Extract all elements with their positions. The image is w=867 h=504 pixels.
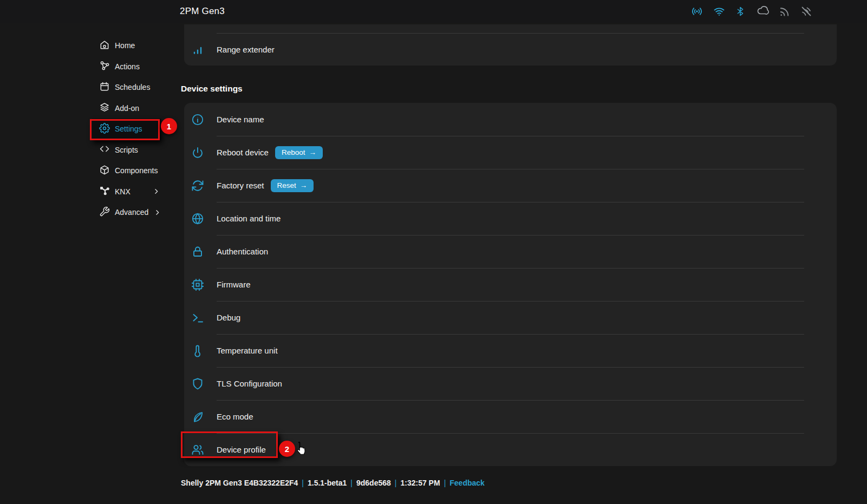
row-label: Device name xyxy=(217,115,264,124)
settings-row-location-time[interactable]: Location and time xyxy=(184,202,837,235)
home-icon xyxy=(99,40,110,52)
device-settings-card: Device name Reboot device Reboot → Fact xyxy=(184,103,837,466)
top-bar: 2PM Gen3 xyxy=(0,0,867,23)
chip-icon xyxy=(191,278,205,291)
reset-button[interactable]: Reset → xyxy=(271,179,314,192)
sidebar-item-actions[interactable]: Actions xyxy=(92,56,161,77)
sidebar-item-label: Add-on xyxy=(115,104,139,113)
settings-row-firmware[interactable]: Firmware xyxy=(184,268,837,301)
bluetooth-icon xyxy=(735,5,746,17)
row-label: Range extender xyxy=(217,45,275,54)
actions-icon xyxy=(99,60,110,73)
status-icons xyxy=(690,0,813,23)
sidebar-item-addon[interactable]: Add-on xyxy=(92,98,161,119)
annotation-step-2-badge: 2 xyxy=(279,441,295,457)
settings-row-reboot-device[interactable]: Reboot device Reboot → xyxy=(184,136,837,169)
settings-row-debug[interactable]: Debug xyxy=(184,301,837,334)
sidebar-item-scripts[interactable]: Scripts xyxy=(92,140,161,161)
outbound-websocket-disabled-icon xyxy=(800,5,813,18)
row-label: Temperature unit xyxy=(217,346,278,355)
sidebar-item-label: Schedules xyxy=(115,83,150,91)
signal-bars-icon xyxy=(191,43,205,56)
sidebar-item-home[interactable]: Home xyxy=(92,35,161,56)
settings-row-eco-mode[interactable]: Eco mode xyxy=(184,400,837,433)
hand-cursor-icon xyxy=(294,441,307,460)
settings-row-device-name[interactable]: Device name xyxy=(184,103,837,136)
footer-build-hash: 9d6de568 xyxy=(356,479,391,487)
arrow-right-icon: → xyxy=(309,148,316,156)
globe-icon xyxy=(191,212,205,225)
sidebar-item-label: Scripts xyxy=(115,146,138,154)
settings-row-factory-reset[interactable]: Factory reset Reset → xyxy=(184,169,837,202)
row-label: Debug xyxy=(217,313,240,322)
footer-device-id: Shelly 2PM Gen3 E4B32322E2F4 xyxy=(181,479,298,487)
layers-icon xyxy=(99,102,110,114)
wifi-icon xyxy=(713,5,726,18)
sidebar-item-label: Advanced xyxy=(115,208,148,217)
access-point-icon xyxy=(690,5,703,18)
code-icon xyxy=(99,143,110,156)
row-label: TLS Configuration xyxy=(217,379,282,388)
shield-icon xyxy=(191,377,205,390)
sidebar-item-knx[interactable]: KNX xyxy=(92,181,161,202)
footer-firmware-version: 1.5.1-beta1 xyxy=(308,479,347,487)
annotation-box-device-profile xyxy=(181,431,278,458)
thermometer-icon xyxy=(191,344,205,357)
row-label: Authentication xyxy=(217,247,268,256)
box-icon xyxy=(99,165,110,177)
button-label: Reset xyxy=(277,181,296,189)
row-label: Eco mode xyxy=(217,412,253,421)
sidebar-item-advanced[interactable]: Advanced xyxy=(92,202,161,223)
network-settings-card: Range extender xyxy=(184,24,837,66)
row-label: Factory reset xyxy=(217,181,264,190)
power-icon xyxy=(191,146,205,159)
mqtt-icon xyxy=(778,5,791,18)
footer-separator: | xyxy=(444,479,446,487)
footer-device-time: 1:32:57 PM xyxy=(400,479,440,487)
chevron-right-icon xyxy=(152,187,160,195)
settings-row-range-extender[interactable]: Range extender xyxy=(184,33,837,66)
sidebar-item-label: Components xyxy=(115,166,158,175)
row-label: Reboot device xyxy=(217,148,269,157)
feedback-link[interactable]: Feedback xyxy=(449,479,485,487)
footer-separator: | xyxy=(350,479,353,487)
chevron-right-icon xyxy=(153,208,161,217)
lock-icon xyxy=(191,245,205,258)
button-label: Reboot xyxy=(282,148,305,156)
cloud-icon xyxy=(755,5,769,18)
annotation-box-settings xyxy=(90,119,160,140)
footer-separator: | xyxy=(395,479,397,487)
settings-row-temperature-unit[interactable]: Temperature unit xyxy=(184,334,837,367)
footer: Shelly 2PM Gen3 E4B32322E2F4 | 1.5.1-bet… xyxy=(181,479,485,487)
row-label: Location and time xyxy=(217,214,281,223)
footer-separator: | xyxy=(302,479,304,487)
shelly-web-ui: 2PM Gen3 xyxy=(0,0,867,504)
knx-icon xyxy=(99,185,110,198)
calendar-icon xyxy=(99,81,110,94)
arrow-right-icon: → xyxy=(300,181,308,189)
row-label: Firmware xyxy=(217,280,251,289)
settings-row-authentication[interactable]: Authentication xyxy=(184,235,837,268)
sidebar-item-components[interactable]: Components xyxy=(92,160,161,181)
sidebar-item-label: Home xyxy=(115,41,135,50)
settings-row-tls-configuration[interactable]: TLS Configuration xyxy=(184,367,837,400)
wrench-icon xyxy=(99,206,110,219)
section-title: Device settings xyxy=(181,84,243,94)
sidebar-item-schedules[interactable]: Schedules xyxy=(92,77,161,98)
terminal-icon xyxy=(191,311,205,324)
device-title: 2PM Gen3 xyxy=(180,0,225,23)
info-icon xyxy=(191,113,205,126)
leaf-icon xyxy=(191,410,205,423)
sidebar-item-label: KNX xyxy=(115,187,131,196)
sidebar-item-label: Actions xyxy=(115,62,140,71)
reset-icon xyxy=(191,179,205,192)
reboot-button[interactable]: Reboot → xyxy=(275,146,323,159)
annotation-step-1-badge: 1 xyxy=(161,118,177,134)
